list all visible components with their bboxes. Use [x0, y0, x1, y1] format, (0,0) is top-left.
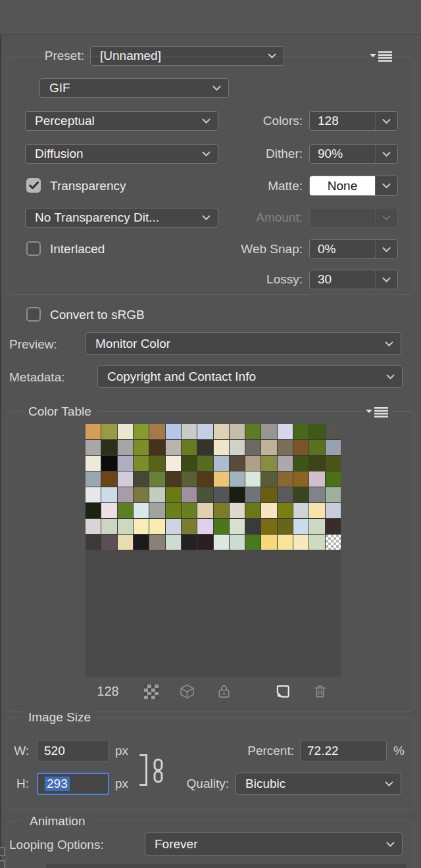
color-swatch[interactable] — [149, 535, 164, 550]
color-swatch[interactable] — [182, 424, 197, 439]
color-swatch[interactable] — [182, 487, 197, 502]
width-input[interactable]: 520 — [37, 740, 109, 762]
color-swatch[interactable] — [118, 487, 133, 502]
colors-combo[interactable]: 128 — [309, 111, 398, 131]
new-color-icon[interactable] — [276, 684, 291, 699]
color-swatch[interactable] — [245, 471, 260, 487]
color-swatch[interactable] — [134, 487, 149, 502]
color-swatch[interactable] — [261, 503, 276, 518]
color-swatch[interactable] — [149, 471, 164, 487]
color-swatch[interactable] — [197, 519, 212, 534]
color-swatch[interactable] — [245, 487, 260, 502]
color-swatch[interactable] — [197, 440, 212, 455]
color-swatch[interactable] — [293, 424, 309, 439]
color-swatch[interactable] — [261, 487, 276, 502]
color-swatch[interactable] — [309, 519, 324, 534]
color-swatch[interactable] — [134, 440, 149, 455]
color-swatch[interactable] — [182, 440, 197, 455]
metadata-select[interactable]: Copyright and Contact Info — [97, 365, 403, 388]
color-swatch[interactable] — [293, 487, 309, 502]
color-swatch[interactable] — [278, 424, 293, 439]
looping-options-select[interactable]: Forever — [145, 832, 403, 856]
color-swatch[interactable] — [86, 424, 101, 439]
color-swatch[interactable] — [166, 535, 181, 550]
quality-select[interactable]: Bicubic — [235, 773, 401, 795]
delete-color-icon[interactable] — [312, 684, 328, 699]
chevron-down-icon[interactable] — [375, 112, 397, 130]
color-swatch[interactable] — [293, 535, 309, 550]
color-swatch[interactable] — [149, 440, 164, 455]
chevron-down-icon[interactable] — [375, 145, 397, 163]
color-swatch[interactable] — [278, 471, 293, 487]
color-swatch[interactable] — [309, 456, 324, 471]
color-swatch[interactable] — [309, 487, 324, 502]
color-swatch[interactable] — [134, 471, 149, 487]
chevron-down-icon[interactable] — [375, 240, 397, 258]
color-swatch[interactable] — [261, 519, 276, 534]
color-swatch[interactable] — [197, 456, 212, 471]
color-swatch[interactable] — [245, 424, 260, 439]
color-swatch[interactable] — [214, 487, 229, 502]
color-swatch[interactable] — [182, 535, 197, 550]
color-swatch[interactable] — [245, 503, 260, 518]
color-swatch[interactable] — [166, 440, 181, 455]
color-swatch[interactable] — [245, 519, 260, 534]
color-swatch[interactable] — [182, 503, 197, 518]
color-swatch[interactable] — [309, 440, 324, 455]
color-swatch[interactable] — [293, 471, 309, 487]
color-swatch[interactable] — [214, 519, 229, 534]
color-swatch[interactable] — [86, 471, 101, 487]
color-swatch[interactable] — [261, 456, 276, 471]
color-swatch[interactable] — [86, 456, 101, 471]
percent-input[interactable]: 72.22 — [300, 740, 387, 762]
color-swatch[interactable] — [182, 471, 197, 487]
color-swatch[interactable] — [214, 456, 229, 471]
color-swatch[interactable] — [101, 424, 116, 439]
color-swatch[interactable] — [86, 519, 101, 534]
color-swatch[interactable] — [230, 424, 245, 439]
transparency-map-icon[interactable] — [144, 685, 159, 699]
color-swatch[interactable] — [261, 424, 276, 439]
color-swatch[interactable] — [309, 535, 324, 550]
color-swatch[interactable] — [118, 424, 133, 439]
dither-method-select[interactable]: Diffusion — [25, 144, 218, 164]
color-swatch[interactable] — [134, 519, 149, 534]
chevron-down-icon[interactable] — [375, 176, 397, 195]
color-swatch[interactable] — [278, 519, 293, 534]
color-swatch[interactable] — [182, 519, 197, 534]
transparency-checkbox[interactable] — [26, 178, 41, 193]
matte-combo[interactable]: None — [309, 176, 398, 196]
color-swatch[interactable] — [166, 456, 181, 471]
color-swatch[interactable] — [326, 440, 341, 455]
color-swatch[interactable] — [118, 440, 133, 455]
color-swatch[interactable] — [326, 456, 341, 471]
color-swatch[interactable] — [278, 487, 293, 502]
color-swatch[interactable] — [326, 424, 341, 439]
format-select[interactable]: GIF — [39, 78, 229, 98]
color-swatch[interactable] — [166, 487, 181, 502]
color-swatch[interactable] — [293, 519, 309, 534]
dither-combo[interactable]: 90% — [309, 144, 398, 164]
color-swatch[interactable] — [118, 503, 133, 518]
color-swatch[interactable] — [278, 456, 293, 471]
color-swatch[interactable] — [166, 471, 181, 487]
color-table-menu-button[interactable] — [363, 405, 392, 418]
convert-srgb-checkbox[interactable] — [26, 307, 41, 322]
color-swatch[interactable] — [293, 456, 309, 471]
color-swatch[interactable] — [149, 487, 164, 502]
color-reduction-select[interactable]: Perceptual — [25, 111, 218, 131]
color-swatch[interactable] — [134, 535, 149, 550]
color-swatch[interactable] — [118, 456, 133, 471]
color-swatch[interactable] — [149, 519, 164, 534]
color-swatch[interactable] — [197, 424, 212, 439]
color-swatch[interactable] — [214, 503, 229, 518]
preview-select[interactable]: Monitor Color — [86, 332, 401, 355]
color-swatch[interactable] — [278, 535, 293, 550]
color-swatch[interactable] — [101, 456, 116, 471]
color-swatch[interactable] — [245, 535, 260, 550]
color-swatch[interactable] — [166, 519, 181, 534]
color-swatch[interactable] — [214, 535, 229, 550]
color-swatch[interactable] — [230, 535, 245, 550]
color-swatch[interactable] — [166, 424, 181, 439]
lock-color-icon[interactable] — [216, 684, 232, 699]
